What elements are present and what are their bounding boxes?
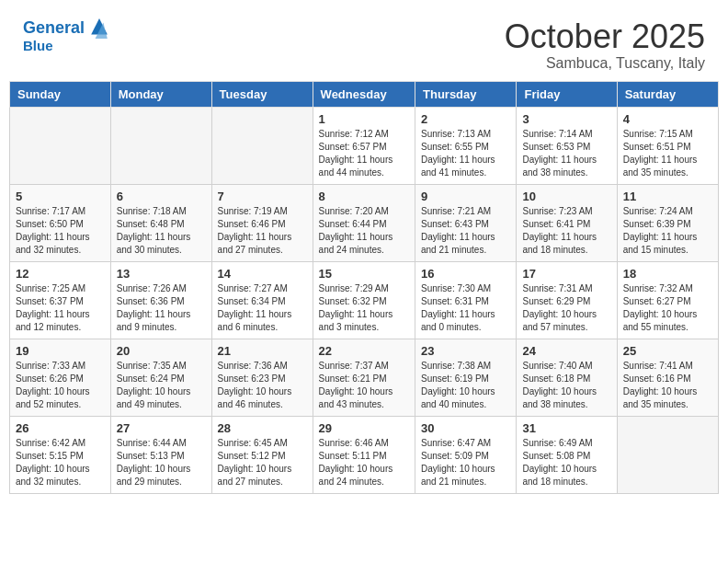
title-block: October 2025 Sambuca, Tuscany, Italy	[505, 18, 705, 72]
day-number: 31	[522, 421, 610, 435]
calendar-day-cell: 14Sunrise: 7:27 AMSunset: 6:34 PMDayligh…	[211, 261, 313, 339]
calendar-day-header: Monday	[110, 81, 211, 107]
page-header: General Blue October 2025 Sambuca, Tusca…	[9, 9, 719, 76]
calendar-day-cell: 20Sunrise: 7:35 AMSunset: 6:24 PMDayligh…	[110, 339, 211, 416]
calendar-day-cell: 22Sunrise: 7:37 AMSunset: 6:21 PMDayligh…	[313, 339, 415, 416]
day-info: Sunrise: 7:14 AMSunset: 6:53 PMDaylight:…	[522, 128, 610, 179]
calendar-day-cell: 29Sunrise: 6:46 AMSunset: 5:11 PMDayligh…	[313, 416, 415, 493]
day-info: Sunrise: 7:33 AMSunset: 6:26 PMDaylight:…	[16, 360, 105, 411]
day-info: Sunrise: 7:26 AMSunset: 6:36 PMDaylight:…	[117, 282, 206, 334]
day-info: Sunrise: 7:13 AMSunset: 6:55 PMDaylight:…	[421, 128, 510, 179]
day-number: 10	[522, 190, 610, 203]
calendar-day-header: Wednesday	[313, 81, 415, 107]
calendar-day-cell: 23Sunrise: 7:38 AMSunset: 6:19 PMDayligh…	[415, 339, 517, 416]
day-number: 18	[623, 267, 712, 281]
day-number: 28	[218, 421, 307, 435]
calendar-week-row: 19Sunrise: 7:33 AMSunset: 6:26 PMDayligh…	[10, 339, 719, 416]
day-info: Sunrise: 7:35 AMSunset: 6:24 PMDaylight:…	[117, 360, 206, 411]
calendar-day-header: Thursday	[415, 81, 517, 107]
calendar-day-cell: 24Sunrise: 7:40 AMSunset: 6:18 PMDayligh…	[517, 339, 617, 416]
day-number: 20	[117, 344, 206, 358]
calendar-day-cell: 3Sunrise: 7:14 AMSunset: 6:53 PMDaylight…	[517, 107, 617, 184]
calendar-day-cell	[617, 416, 718, 493]
day-number: 14	[218, 267, 307, 281]
day-number: 25	[623, 344, 712, 358]
calendar-day-cell: 12Sunrise: 7:25 AMSunset: 6:37 PMDayligh…	[10, 261, 111, 339]
logo: General Blue	[23, 18, 108, 54]
day-info: Sunrise: 7:12 AMSunset: 6:57 PMDaylight:…	[319, 128, 409, 179]
calendar-day-cell: 31Sunrise: 6:49 AMSunset: 5:08 PMDayligh…	[517, 416, 617, 493]
day-info: Sunrise: 7:40 AMSunset: 6:18 PMDaylight:…	[522, 360, 610, 411]
day-number: 11	[623, 190, 712, 203]
calendar-day-cell: 10Sunrise: 7:23 AMSunset: 6:41 PMDayligh…	[517, 184, 617, 261]
day-number: 5	[16, 190, 105, 203]
day-number: 8	[319, 190, 409, 203]
logo-text: General	[23, 18, 108, 39]
day-info: Sunrise: 6:42 AMSunset: 5:15 PMDaylight:…	[16, 437, 105, 488]
day-info: Sunrise: 7:21 AMSunset: 6:43 PMDaylight:…	[421, 205, 510, 257]
day-number: 24	[522, 344, 610, 358]
calendar-week-row: 26Sunrise: 6:42 AMSunset: 5:15 PMDayligh…	[10, 416, 719, 493]
day-number: 6	[117, 190, 206, 203]
day-info: Sunrise: 7:38 AMSunset: 6:19 PMDaylight:…	[421, 360, 510, 411]
day-info: Sunrise: 6:44 AMSunset: 5:13 PMDaylight:…	[117, 437, 206, 488]
calendar-day-header: Tuesday	[211, 81, 313, 107]
day-number: 12	[16, 267, 105, 281]
calendar-day-cell: 8Sunrise: 7:20 AMSunset: 6:44 PMDaylight…	[313, 184, 415, 261]
day-number: 29	[319, 421, 409, 435]
calendar-week-row: 1Sunrise: 7:12 AMSunset: 6:57 PMDaylight…	[10, 107, 719, 184]
day-number: 26	[16, 421, 105, 435]
day-number: 7	[218, 190, 307, 203]
calendar-day-cell: 15Sunrise: 7:29 AMSunset: 6:32 PMDayligh…	[313, 261, 415, 339]
day-number: 1	[319, 112, 409, 126]
day-number: 19	[16, 344, 105, 358]
day-number: 17	[522, 267, 610, 281]
calendar-week-row: 5Sunrise: 7:17 AMSunset: 6:50 PMDaylight…	[10, 184, 719, 261]
calendar-day-cell: 2Sunrise: 7:13 AMSunset: 6:55 PMDaylight…	[415, 107, 517, 184]
day-number: 21	[218, 344, 307, 358]
day-number: 3	[522, 112, 610, 126]
month-title: October 2025	[505, 18, 705, 55]
calendar-day-cell: 7Sunrise: 7:19 AMSunset: 6:46 PMDaylight…	[211, 184, 313, 261]
calendar-day-cell	[10, 107, 111, 184]
calendar-day-cell: 9Sunrise: 7:21 AMSunset: 6:43 PMDaylight…	[415, 184, 517, 261]
calendar-day-cell: 19Sunrise: 7:33 AMSunset: 6:26 PMDayligh…	[10, 339, 111, 416]
calendar-day-cell: 16Sunrise: 7:30 AMSunset: 6:31 PMDayligh…	[415, 261, 517, 339]
day-info: Sunrise: 7:29 AMSunset: 6:32 PMDaylight:…	[319, 282, 409, 334]
day-info: Sunrise: 7:18 AMSunset: 6:48 PMDaylight:…	[117, 205, 206, 257]
location-title: Sambuca, Tuscany, Italy	[505, 55, 705, 72]
calendar-day-cell: 30Sunrise: 6:47 AMSunset: 5:09 PMDayligh…	[415, 416, 517, 493]
calendar-day-cell: 27Sunrise: 6:44 AMSunset: 5:13 PMDayligh…	[110, 416, 211, 493]
day-info: Sunrise: 7:17 AMSunset: 6:50 PMDaylight:…	[16, 205, 105, 257]
calendar-day-header: Sunday	[10, 81, 111, 107]
day-info: Sunrise: 7:19 AMSunset: 6:46 PMDaylight:…	[218, 205, 307, 257]
calendar-day-cell: 18Sunrise: 7:32 AMSunset: 6:27 PMDayligh…	[617, 261, 718, 339]
calendar-day-cell	[211, 107, 313, 184]
calendar-day-cell: 28Sunrise: 6:45 AMSunset: 5:12 PMDayligh…	[211, 416, 313, 493]
day-number: 15	[319, 267, 409, 281]
calendar-day-cell: 4Sunrise: 7:15 AMSunset: 6:51 PMDaylight…	[617, 107, 718, 184]
calendar-day-cell: 1Sunrise: 7:12 AMSunset: 6:57 PMDaylight…	[313, 107, 415, 184]
day-info: Sunrise: 7:30 AMSunset: 6:31 PMDaylight:…	[421, 282, 510, 334]
calendar-day-cell: 26Sunrise: 6:42 AMSunset: 5:15 PMDayligh…	[10, 416, 111, 493]
calendar-day-cell: 11Sunrise: 7:24 AMSunset: 6:39 PMDayligh…	[617, 184, 718, 261]
day-number: 30	[421, 421, 510, 435]
day-info: Sunrise: 7:32 AMSunset: 6:27 PMDaylight:…	[623, 282, 712, 334]
calendar-day-header: Saturday	[617, 81, 718, 107]
day-info: Sunrise: 7:23 AMSunset: 6:41 PMDaylight:…	[522, 205, 610, 257]
calendar-day-cell: 13Sunrise: 7:26 AMSunset: 6:36 PMDayligh…	[110, 261, 211, 339]
day-info: Sunrise: 6:47 AMSunset: 5:09 PMDaylight:…	[421, 437, 510, 488]
day-number: 13	[117, 267, 206, 281]
calendar-table: SundayMondayTuesdayWednesdayThursdayFrid…	[9, 81, 719, 494]
day-info: Sunrise: 7:24 AMSunset: 6:39 PMDaylight:…	[623, 205, 712, 257]
day-info: Sunrise: 7:36 AMSunset: 6:23 PMDaylight:…	[218, 360, 307, 411]
day-info: Sunrise: 7:15 AMSunset: 6:51 PMDaylight:…	[623, 128, 712, 179]
day-info: Sunrise: 7:37 AMSunset: 6:21 PMDaylight:…	[319, 360, 409, 411]
day-info: Sunrise: 7:20 AMSunset: 6:44 PMDaylight:…	[319, 205, 409, 257]
day-info: Sunrise: 6:49 AMSunset: 5:08 PMDaylight:…	[522, 437, 610, 488]
day-info: Sunrise: 6:46 AMSunset: 5:11 PMDaylight:…	[319, 437, 409, 488]
day-number: 9	[421, 190, 510, 203]
day-info: Sunrise: 6:45 AMSunset: 5:12 PMDaylight:…	[218, 437, 307, 488]
day-number: 27	[117, 421, 206, 435]
calendar-day-cell: 6Sunrise: 7:18 AMSunset: 6:48 PMDaylight…	[110, 184, 211, 261]
